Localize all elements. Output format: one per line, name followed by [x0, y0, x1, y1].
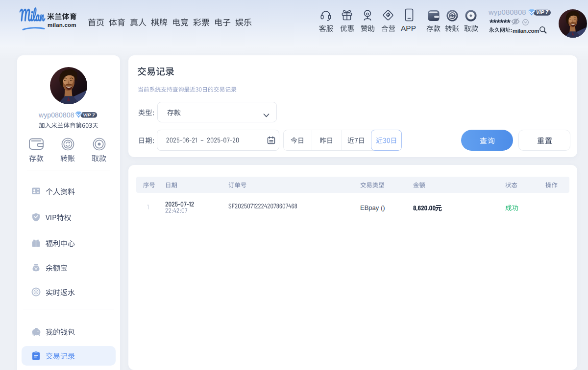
svg-text:VIP 7: VIP 7 [83, 112, 95, 117]
svg-text:VIP 7: VIP 7 [536, 10, 548, 15]
